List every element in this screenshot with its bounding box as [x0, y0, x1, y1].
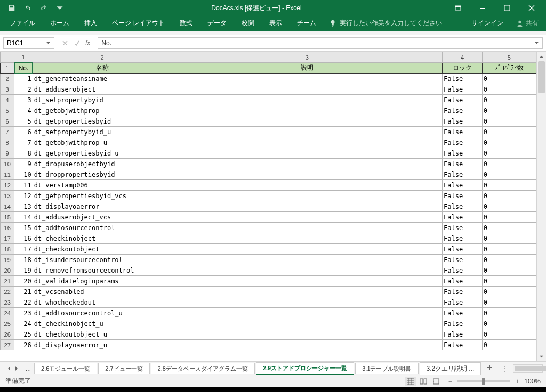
cell[interactable]: False — [443, 297, 483, 308]
cell[interactable] — [172, 127, 443, 137]
cell[interactable]: dt_checkoutobject — [33, 244, 172, 255]
cell[interactable]: False — [443, 137, 483, 148]
cell[interactable]: dt_dropuserobjectbyid — [33, 159, 172, 169]
cell[interactable]: dt_removefromsourcecontrol — [33, 265, 172, 276]
cell[interactable]: False — [443, 276, 483, 287]
cell[interactable]: dt_getobjwithprop — [33, 105, 172, 116]
cell[interactable]: False — [443, 265, 483, 276]
cell[interactable]: 25 — [14, 329, 33, 340]
ribbon-display-options-button[interactable] — [446, 0, 470, 16]
cell[interactable]: 0 — [482, 244, 536, 255]
row-header[interactable]: 19 — [1, 255, 14, 265]
cell[interactable]: dt_getpropertiesbyid — [33, 116, 172, 127]
cell[interactable] — [172, 159, 443, 169]
cell-selected[interactable]: No. — [14, 63, 33, 74]
sheet-tab-active[interactable]: 2.9ストアドプロシージャー一覧 — [256, 362, 354, 375]
cell[interactable] — [172, 244, 443, 255]
cell[interactable]: 10 — [14, 169, 33, 180]
cell[interactable] — [172, 116, 443, 127]
zoom-slider-thumb[interactable] — [482, 378, 485, 385]
cell[interactable] — [172, 148, 443, 159]
cell[interactable]: 説明 — [172, 63, 443, 74]
sheet-nav-prev-icon[interactable] — [6, 366, 12, 371]
col-header[interactable]: 5 — [482, 52, 536, 63]
cell[interactable]: 18 — [14, 255, 33, 265]
cell[interactable]: False — [443, 95, 483, 105]
minimize-button[interactable] — [470, 0, 495, 16]
cell[interactable]: 0 — [482, 191, 536, 201]
cell[interactable]: dt_checkinobject_u — [33, 318, 172, 329]
cell[interactable]: 0 — [482, 201, 536, 212]
chevron-down-icon[interactable] — [534, 40, 539, 45]
cell[interactable]: False — [443, 340, 483, 350]
cell[interactable]: 0 — [482, 308, 536, 318]
cell[interactable] — [172, 308, 443, 318]
cell[interactable]: 0 — [482, 127, 536, 137]
cell[interactable]: 0 — [482, 169, 536, 180]
tab-file[interactable]: ファイル — [2, 15, 43, 31]
cell[interactable]: False — [443, 244, 483, 255]
cell[interactable]: 21 — [14, 287, 33, 297]
cell[interactable]: dt_validateloginparams — [33, 276, 172, 287]
row-header[interactable]: 24 — [1, 308, 14, 318]
cell[interactable] — [172, 84, 443, 95]
cell[interactable]: 24 — [14, 318, 33, 329]
cell[interactable]: ﾌﾟﾛﾊﾟﾃｨ数 — [482, 63, 536, 74]
row-header[interactable]: 1 — [1, 63, 14, 74]
col-header[interactable]: 3 — [172, 52, 443, 63]
cell[interactable]: 0 — [482, 105, 536, 116]
customize-qat-button[interactable] — [52, 2, 67, 14]
cell[interactable]: 11 — [14, 180, 33, 191]
view-page-layout-button[interactable] — [417, 377, 429, 386]
tab-data[interactable]: データ — [200, 15, 234, 31]
formula-input[interactable]: No. — [98, 37, 543, 49]
sheet-tabs-overflow-right[interactable]: ⋮ — [501, 365, 508, 372]
col-header[interactable]: 2 — [33, 52, 172, 63]
cell[interactable]: 14 — [14, 212, 33, 223]
cell[interactable]: 17 — [14, 244, 33, 255]
cell[interactable]: 0 — [482, 340, 536, 350]
cell[interactable]: False — [443, 84, 483, 95]
cell[interactable]: False — [443, 159, 483, 169]
tab-review[interactable]: 校閲 — [234, 15, 262, 31]
view-normal-button[interactable] — [405, 377, 416, 386]
row-header[interactable]: 22 — [1, 287, 14, 297]
cell[interactable]: 8 — [14, 148, 33, 159]
hscroll-thumb[interactable] — [515, 366, 546, 371]
col-header[interactable]: 1 — [14, 52, 33, 63]
cell[interactable]: 22 — [14, 297, 33, 308]
cell[interactable] — [172, 212, 443, 223]
view-page-break-button[interactable] — [430, 377, 442, 386]
row-header[interactable]: 8 — [1, 137, 14, 148]
cell[interactable]: False — [443, 318, 483, 329]
row-header[interactable]: 17 — [1, 233, 14, 244]
cell[interactable]: False — [443, 287, 483, 297]
cell[interactable]: dt_addtosourcecontrol — [33, 223, 172, 233]
cell[interactable]: 0 — [482, 116, 536, 127]
cell[interactable]: dt_adduserobject — [33, 84, 172, 95]
vertical-scrollbar[interactable] — [536, 52, 546, 361]
cell[interactable] — [172, 191, 443, 201]
select-all-corner[interactable] — [1, 52, 14, 63]
cell[interactable]: False — [443, 74, 483, 84]
row-header[interactable]: 20 — [1, 265, 14, 276]
cell[interactable]: dt_verstamp006 — [33, 180, 172, 191]
cell[interactable]: False — [443, 255, 483, 265]
zoom-level[interactable]: 100% — [524, 378, 541, 385]
sheet-tab[interactable]: 3.1テーブル説明書 — [355, 363, 418, 374]
cell[interactable] — [172, 297, 443, 308]
cell[interactable]: 0 — [482, 212, 536, 223]
row-header[interactable]: 13 — [1, 191, 14, 201]
cell[interactable]: 0 — [482, 265, 536, 276]
sheet-tab[interactable]: 2.8データベースダイアグラム一覧 — [151, 363, 255, 374]
cell[interactable]: 名称 — [33, 63, 172, 74]
tab-team[interactable]: チーム — [290, 15, 324, 31]
cell[interactable] — [172, 105, 443, 116]
cell[interactable]: False — [443, 116, 483, 127]
cell[interactable]: False — [443, 180, 483, 191]
cell[interactable]: 0 — [482, 287, 536, 297]
signin-link[interactable]: サインイン — [464, 15, 511, 31]
cell[interactable]: False — [443, 127, 483, 137]
cell[interactable] — [172, 201, 443, 212]
cell[interactable]: dt_generateansiname — [33, 74, 172, 84]
